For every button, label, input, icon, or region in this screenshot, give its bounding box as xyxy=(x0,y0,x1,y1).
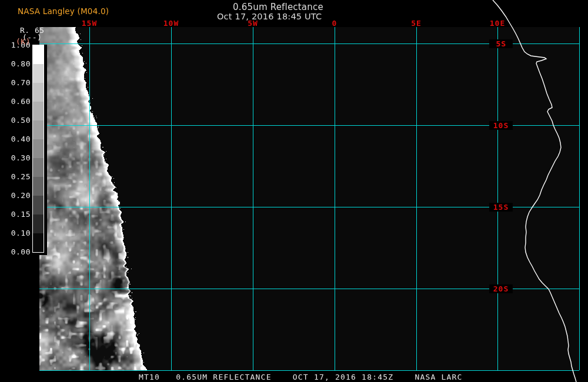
page-subtitle-datetime: Oct 17, 2016 18:45 UTC xyxy=(217,12,322,21)
coastline-path xyxy=(493,0,576,382)
nasa-langley-credit: NASA Langley (M04.0) xyxy=(18,6,109,16)
africa-coastline xyxy=(0,0,588,382)
satellite-image-viewer: 15W10W5W05E10E5S10S15S20S 1.000.800.700.… xyxy=(0,0,588,382)
page-title: 0.65um Reflectance xyxy=(233,2,323,12)
footer-caption: MT10 0.65UM REFLECTANCE OCT 17, 2016 18:… xyxy=(139,373,463,381)
